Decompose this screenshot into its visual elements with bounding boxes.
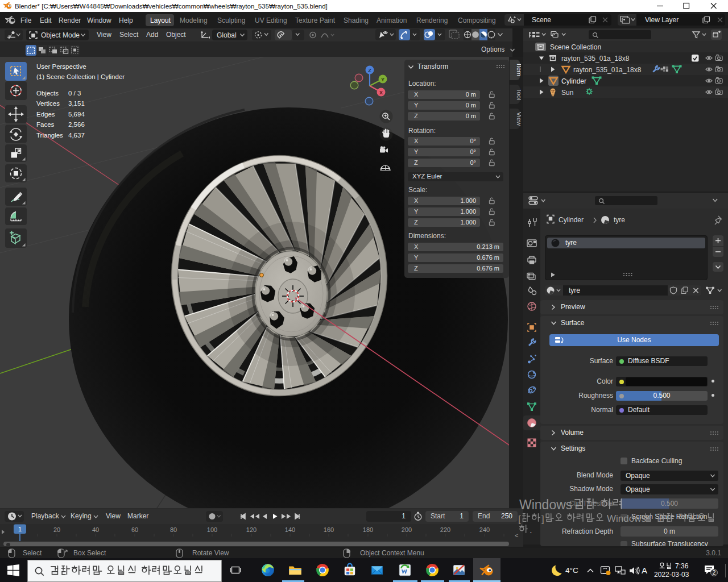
svg-text:2: 2 (713, 569, 716, 576)
svg-text:220: 220 (440, 526, 450, 533)
svg-text:80: 80 (170, 526, 177, 533)
svg-text:140: 140 (285, 526, 295, 533)
svg-text:.: . (175, 566, 178, 576)
svg-text:Sun: Sun (561, 89, 573, 97)
svg-text:200: 200 (402, 526, 412, 533)
svg-text:100: 100 (207, 526, 217, 533)
svg-text:rayton_535_01a_18x8: rayton_535_01a_18x8 (561, 55, 630, 63)
svg-text:20: 20 (53, 526, 60, 533)
svg-text:1: 1 (18, 526, 22, 533)
svg-text:120: 120 (246, 526, 257, 533)
svg-text:7:36: 7:36 (675, 562, 689, 569)
svg-text:Scene Collection: Scene Collection (550, 43, 601, 51)
svg-text:rayton_535_01a_18x8: rayton_535_01a_18x8 (573, 66, 642, 74)
svg-text:180: 180 (363, 526, 373, 533)
svg-text:160: 160 (324, 526, 334, 533)
svg-text:60: 60 (131, 526, 138, 533)
svg-text:240: 240 (479, 526, 490, 533)
svg-text:40: 40 (92, 526, 99, 533)
svg-text:Cylinder: Cylinder (561, 77, 586, 85)
